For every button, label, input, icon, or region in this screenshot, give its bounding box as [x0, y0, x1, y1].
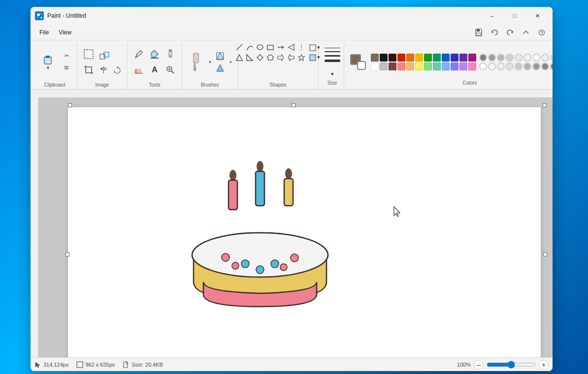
outline-s17[interactable]: [532, 62, 540, 70]
flip-button[interactable]: [97, 64, 110, 75]
triangle-shape[interactable]: [234, 53, 244, 62]
color-swatch-navy[interactable]: [451, 54, 458, 62]
brush-main-button[interactable]: [186, 47, 206, 77]
color-swatch-green[interactable]: [424, 54, 432, 62]
zoom-tool-button[interactable]: [163, 62, 178, 77]
more-shapes[interactable]: ⋮: [296, 42, 306, 52]
undo-icon[interactable]: [488, 26, 501, 39]
outline-s6[interactable]: [523, 54, 531, 62]
star-shape[interactable]: [296, 53, 306, 62]
outline-s4[interactable]: [506, 54, 514, 62]
outline-s12[interactable]: [488, 62, 496, 70]
color-swatch-blue[interactable]: [442, 54, 450, 62]
color-swatch-pink[interactable]: [397, 62, 405, 70]
pencil-button[interactable]: [131, 47, 146, 62]
svg-point-60: [271, 260, 279, 268]
outline-s14[interactable]: [506, 62, 514, 70]
color-swatch-red[interactable]: [397, 54, 405, 62]
outline-s13[interactable]: [497, 62, 505, 70]
arrow-shape[interactable]: [276, 42, 286, 52]
paste-button[interactable]: ▾: [36, 47, 59, 77]
arrow-left-shape[interactable]: [286, 53, 296, 62]
collapse-ribbon-icon[interactable]: [519, 26, 533, 39]
oval-shape[interactable]: [255, 42, 265, 52]
canvas[interactable]: [68, 107, 541, 357]
copy-button[interactable]: ⧉: [60, 62, 73, 73]
color-swatch-lpurple[interactable]: [459, 62, 467, 70]
shape-fill-dropdown[interactable]: ▾: [307, 53, 322, 62]
color-swatch-lpink[interactable]: [468, 62, 476, 70]
color-swatch-dbrown[interactable]: [389, 62, 396, 70]
outline-s19[interactable]: [550, 62, 553, 70]
color-swatch-lgray[interactable]: [380, 62, 388, 70]
fill-button[interactable]: [147, 47, 162, 62]
diamond-shape[interactable]: [255, 53, 265, 62]
outline-s2[interactable]: [488, 54, 496, 62]
color-swatch-lblue[interactable]: [442, 62, 450, 70]
outline-s7[interactable]: [532, 54, 540, 62]
color-swatch-yellow[interactable]: [415, 54, 423, 62]
color-swatch-lgreen[interactable]: [424, 62, 432, 70]
outline-s11[interactable]: [479, 62, 487, 70]
select-all-button[interactable]: [81, 47, 96, 62]
shape-outline-dropdown[interactable]: ▾: [307, 43, 322, 52]
outline-s18[interactable]: [541, 62, 549, 70]
color-swatch-darkred[interactable]: [389, 54, 396, 62]
outline-s8[interactable]: [541, 54, 549, 62]
minimize-button[interactable]: –: [481, 8, 503, 24]
rt-triangle-shape[interactable]: [245, 53, 255, 62]
outline-s15[interactable]: [515, 62, 523, 70]
outline-s3[interactable]: [497, 54, 505, 62]
pentagon-shape[interactable]: [265, 53, 275, 62]
maximize-button[interactable]: □: [503, 8, 526, 24]
arrow-right-shape[interactable]: [276, 53, 286, 62]
color-swatch-black[interactable]: [380, 54, 388, 62]
text-button[interactable]: A: [147, 62, 162, 77]
redo-icon[interactable]: [503, 26, 517, 39]
resize-button[interactable]: [97, 49, 112, 63]
brushes-expand-button[interactable]: ▾: [207, 47, 213, 77]
file-menu[interactable]: File: [34, 27, 54, 38]
color-swatch-orange[interactable]: [406, 54, 414, 62]
color-swatch-teal[interactable]: [433, 54, 441, 62]
color-swatch-violet[interactable]: [451, 62, 458, 70]
status-bar: 314,124px 962 x 635px Size: 20.4KB 100% …: [31, 357, 553, 371]
line-shape[interactable]: [234, 42, 244, 52]
outline-s5[interactable]: [515, 54, 523, 62]
save-icon[interactable]: [472, 26, 486, 39]
size-expand-button[interactable]: ▾: [326, 68, 339, 79]
background-color[interactable]: [357, 61, 366, 70]
help-icon[interactable]: [535, 26, 549, 39]
size-line-2[interactable]: [325, 51, 340, 52]
view-menu[interactable]: View: [54, 27, 76, 38]
arrow2-shape[interactable]: [286, 42, 296, 52]
crop-button[interactable]: [81, 62, 96, 77]
color-swatch-cyan[interactable]: [433, 62, 441, 70]
outline-s16[interactable]: [523, 62, 531, 70]
outline-s9[interactable]: [550, 54, 553, 62]
color-swatch-brown[interactable]: [371, 54, 379, 62]
cut-button[interactable]: ✂: [60, 51, 73, 62]
zoom-slider[interactable]: [487, 361, 536, 369]
rotate-button[interactable]: [110, 64, 123, 75]
color-swatch-magenta[interactable]: [468, 54, 476, 62]
outline-s1[interactable]: [479, 54, 487, 62]
size-line-1[interactable]: [325, 48, 340, 48]
size-line-3[interactable]: [325, 55, 340, 57]
eraser-button[interactable]: [131, 62, 146, 77]
brush-fill-button[interactable]: [214, 62, 227, 73]
close-button[interactable]: ✕: [526, 8, 549, 24]
brush-outline-button[interactable]: [214, 51, 227, 62]
zoom-out-button[interactable]: –: [474, 360, 484, 370]
curve-shape[interactable]: [245, 42, 255, 52]
canvas-area[interactable]: [31, 97, 553, 357]
brushes-expand2-button[interactable]: ▾: [228, 47, 233, 77]
color-swatch-purple[interactable]: [459, 54, 467, 62]
rect-shape[interactable]: [265, 42, 275, 52]
color-swatch-lyellow[interactable]: [415, 62, 423, 70]
color-swatch-peach[interactable]: [406, 62, 414, 70]
zoom-in-button[interactable]: +: [539, 360, 549, 370]
color-picker-button[interactable]: [163, 47, 178, 62]
size-line-4[interactable]: [325, 60, 340, 62]
color-swatch-white[interactable]: [371, 62, 379, 70]
